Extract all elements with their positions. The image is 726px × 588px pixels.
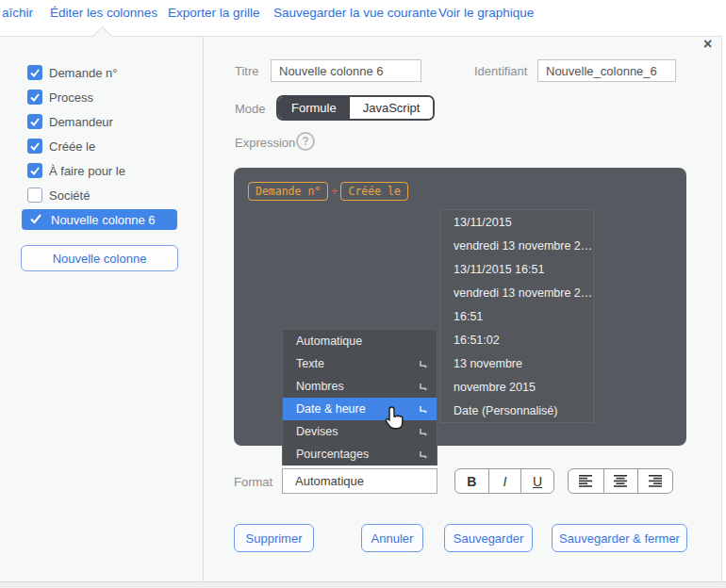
panel-divider [203, 37, 204, 581]
title-label: Titre [235, 64, 259, 78]
submenu-arrow-icon [419, 382, 428, 395]
identifier-input[interactable] [537, 59, 676, 82]
mode-option-formule[interactable]: Formule [278, 97, 350, 119]
checkbox-checked-icon[interactable] [27, 139, 42, 154]
column-toggle-demandeur[interactable]: Demandeur [27, 114, 113, 129]
grid-toolbar: aîchir Éditer les colonnes Exporter la g… [0, 0, 726, 36]
column-label: Société [49, 188, 90, 203]
toolbar-edit-columns-link[interactable]: Éditer les colonnes [50, 6, 157, 20]
checkbox-checked-icon[interactable] [27, 65, 42, 80]
format-menu-texte[interactable]: Texte [283, 352, 437, 375]
date-format-option[interactable]: Date (Personnalisé) [441, 399, 593, 422]
format-menu-date-heure[interactable]: Date & heure [283, 398, 437, 420]
expression-label: Expression [235, 136, 295, 150]
submenu-arrow-icon [419, 404, 428, 417]
new-column-button[interactable]: Nouvelle colonne [21, 245, 178, 271]
close-icon[interactable]: × [703, 36, 712, 53]
format-dropdown-menu: Automatique Texte Nombres Date & heure D… [282, 329, 437, 466]
check-icon [29, 211, 42, 228]
format-menu-automatique[interactable]: Automatique [283, 330, 437, 352]
align-center-icon[interactable] [603, 469, 638, 493]
align-left-icon[interactable] [569, 469, 603, 493]
date-format-option[interactable]: 13/11/2015 16:51 [441, 257, 593, 281]
bold-button[interactable]: B [455, 469, 488, 493]
menu-item-label: Automatique [296, 335, 362, 348]
align-right-icon[interactable] [637, 469, 672, 493]
checkbox-checked-icon[interactable] [27, 114, 42, 129]
column-label: À faire pour le [49, 164, 125, 178]
date-format-option[interactable]: vendredi 13 novembre 2… [441, 281, 593, 304]
toolbar-save-view-link[interactable]: Sauvegarder la vue courante [273, 6, 437, 20]
help-icon[interactable]: ? [296, 132, 315, 151]
date-format-option[interactable]: 13/11/2015 [441, 210, 593, 234]
expression-token-demande-n[interactable]: Demande n° [248, 182, 328, 201]
format-menu-pourcentages[interactable]: Pourcentages [283, 443, 437, 466]
submenu-arrow-icon [419, 449, 428, 463]
expression-token-creee-le[interactable]: Créée le [340, 182, 407, 201]
format-menu-devises[interactable]: Devises [283, 420, 437, 443]
save-button[interactable]: Sauvegarder [444, 524, 533, 552]
column-selected-nouvelle-colonne-6[interactable]: Nouvelle colonne 6 [22, 209, 177, 230]
column-toggle-process[interactable]: Process [27, 90, 93, 105]
format-select[interactable]: Automatique [282, 468, 437, 494]
expression-operator: + [331, 185, 338, 198]
mode-label: Mode [235, 102, 266, 116]
cancel-button[interactable]: Annuler [361, 524, 423, 552]
submenu-arrow-icon [419, 359, 428, 372]
expression-tokens: Demande n° + Créée le [248, 182, 408, 201]
date-format-submenu: 13/11/2015 vendredi 13 novembre 2… 13/11… [440, 209, 594, 423]
identifier-label: Identifiant [474, 64, 527, 78]
toolbar-view-chart-link[interactable]: Voir le graphique [438, 6, 534, 20]
column-label: Demandeur [49, 115, 113, 129]
column-editor-screen: aîchir Éditer les colonnes Exporter la g… [0, 0, 726, 588]
column-label: Demande n° [49, 66, 117, 80]
text-style-group: B I U [454, 468, 554, 494]
column-toggle-societe[interactable]: Société [27, 188, 90, 203]
menu-item-label: Nombres [296, 380, 344, 393]
column-label: Process [49, 90, 93, 105]
hand-cursor-icon [383, 405, 407, 433]
underline-button[interactable]: U [520, 469, 553, 493]
grid-behind-panel [0, 581, 726, 588]
date-format-option[interactable]: 16:51 [441, 304, 593, 328]
checkbox-unchecked-icon[interactable] [27, 188, 42, 203]
format-menu-nombres[interactable]: Nombres [283, 375, 437, 398]
format-label: Format [234, 475, 272, 489]
save-and-close-button[interactable]: Sauvegarder & fermer [552, 524, 687, 552]
menu-item-label: Devises [296, 425, 338, 438]
submenu-arrow-icon [419, 427, 428, 440]
menu-item-label: Date & heure [296, 402, 366, 416]
delete-button[interactable]: Supprimer [234, 524, 314, 552]
column-label: Nouvelle colonne 6 [51, 213, 156, 227]
column-toggle-creee-le[interactable]: Créée le [27, 139, 95, 154]
date-format-option[interactable]: 16:51:02 [441, 328, 593, 351]
date-format-option[interactable]: novembre 2015 [441, 375, 593, 399]
mode-toggle: Formule JavaScript [276, 95, 435, 121]
text-align-group [568, 468, 673, 494]
date-format-option[interactable]: vendredi 13 novembre 2… [441, 234, 593, 257]
mode-option-javascript[interactable]: JavaScript [350, 97, 434, 119]
date-format-option[interactable]: 13 novembre [441, 351, 593, 375]
menu-item-label: Texte [296, 357, 324, 370]
title-input[interactable] [271, 59, 421, 82]
column-toggle-demande-n[interactable]: Demande n° [27, 65, 117, 80]
checkbox-checked-icon[interactable] [27, 163, 42, 178]
menu-item-label: Pourcentages [296, 448, 369, 461]
checkbox-checked-icon[interactable] [27, 90, 42, 105]
toolbar-refresh-link[interactable]: aîchir [2, 6, 33, 20]
italic-button[interactable]: I [488, 469, 521, 493]
toolbar-export-grid-link[interactable]: Exporter la grille [168, 6, 260, 20]
column-toggle-a-faire-pour-le[interactable]: À faire pour le [27, 163, 125, 178]
column-label: Créée le [49, 139, 95, 154]
